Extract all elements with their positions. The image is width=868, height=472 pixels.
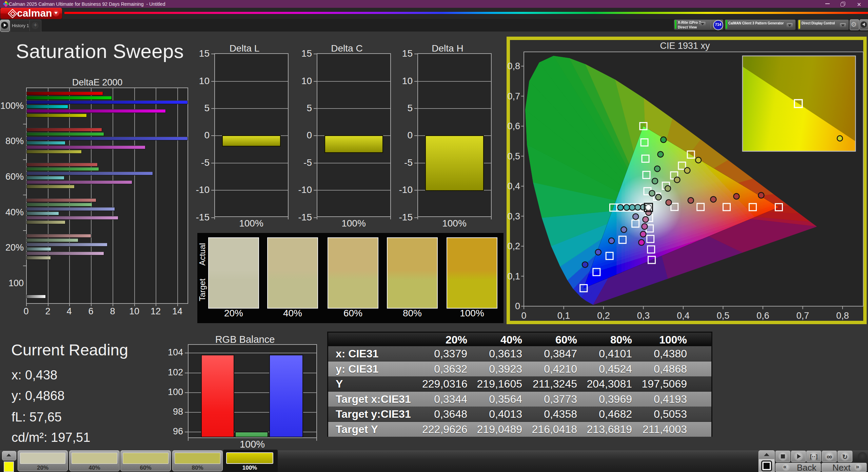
svg-text:0,7: 0,7 [507,91,520,101]
svg-text:0,3: 0,3 [507,211,520,221]
svg-text:0: 0 [521,311,526,321]
svg-text:0,1: 0,1 [507,271,520,281]
svg-text:0,2: 0,2 [597,311,610,321]
svg-text:0,7: 0,7 [796,311,809,321]
svg-text:CIE 1931 xy: CIE 1931 xy [660,41,710,51]
svg-text:0: 0 [515,301,520,311]
svg-text:0,5: 0,5 [507,151,520,161]
svg-text:0,4: 0,4 [677,311,690,321]
svg-text:0,1: 0,1 [557,311,570,321]
svg-text:0,8: 0,8 [836,311,849,321]
svg-text:0,6: 0,6 [756,311,769,321]
svg-text:0,8: 0,8 [507,61,520,71]
svg-text:0,6: 0,6 [507,121,520,131]
svg-text:0,3: 0,3 [637,311,650,321]
svg-text:0,2: 0,2 [507,241,520,251]
svg-text:0,5: 0,5 [717,311,730,321]
svg-text:0,4: 0,4 [507,181,520,191]
